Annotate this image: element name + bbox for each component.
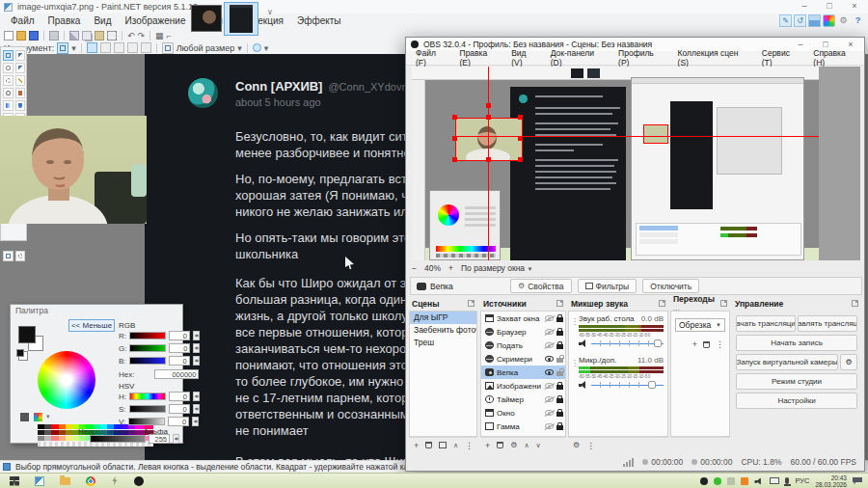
filters-button[interactable]: Фильтры	[578, 279, 637, 293]
dock-popout-icon[interactable]	[659, 300, 665, 307]
visibility-eye-icon[interactable]	[545, 423, 554, 429]
disable-button[interactable]: Отключить	[642, 279, 699, 293]
redo-icon[interactable]: ↷	[138, 31, 146, 41]
resize-handle[interactable]	[452, 115, 457, 120]
selection-mode-subtract-icon[interactable]	[114, 42, 124, 53]
visibility-eye-icon[interactable]	[545, 396, 554, 402]
visibility-eye-icon[interactable]	[545, 329, 554, 335]
menu-view[interactable]: Вид	[87, 14, 118, 29]
alpha-spinner[interactable]	[173, 434, 179, 444]
rectangle-select-tool-icon[interactable]	[57, 42, 68, 54]
dock-popout-icon[interactable]	[720, 300, 727, 307]
settings-gear-icon[interactable]: ⚙	[837, 14, 850, 27]
lock-icon[interactable]	[556, 344, 563, 349]
resize-handle[interactable]	[518, 157, 523, 162]
sampling-icon[interactable]	[253, 43, 261, 52]
layers-panel-toggle-icon[interactable]	[808, 14, 821, 27]
move-selection-tool-icon[interactable]	[15, 63, 26, 73]
copy-icon[interactable]	[82, 31, 92, 41]
rotate-handle[interactable]	[486, 103, 491, 108]
scene-item[interactable]: Для ЫГР	[410, 312, 476, 324]
tray-icon-dark[interactable]	[700, 477, 708, 485]
help-icon[interactable]: ?	[852, 14, 864, 27]
obs-menu-profile[interactable]: Профиль (P)	[612, 48, 671, 68]
selection-mode-invert-icon[interactable]	[141, 42, 151, 53]
remove-source-icon[interactable]	[497, 442, 503, 448]
ellipse-select-tool-icon[interactable]	[3, 75, 14, 86]
obs-menu-view[interactable]: Вид (V)	[505, 48, 545, 68]
scene-filters-icon[interactable]	[439, 442, 447, 448]
ruler-icon[interactable]: ⌐	[167, 31, 172, 41]
blue-value[interactable]: 0	[169, 356, 190, 366]
size-dropdown-caret-icon[interactable]: ▾	[237, 43, 242, 53]
lock-icon[interactable]	[556, 371, 563, 376]
network-tray-icon[interactable]	[770, 477, 779, 484]
move-scene-up-icon[interactable]: ∧	[453, 442, 458, 449]
palettes-caret-icon[interactable]: ▾	[46, 413, 50, 420]
saturation-slider[interactable]	[129, 405, 166, 413]
source-row[interactable]: Подать	[481, 339, 565, 352]
volume-slider[interactable]	[591, 381, 664, 389]
zoom-tool-icon[interactable]	[3, 88, 14, 98]
open-file-icon[interactable]	[16, 31, 26, 41]
mixer-menu-icon[interactable]: ⋮	[586, 441, 595, 450]
tool-dropdown-caret-icon[interactable]: ▾	[71, 43, 76, 53]
scene-item[interactable]: Треш	[410, 337, 476, 349]
value-spinner[interactable]	[192, 417, 199, 426]
language-indicator[interactable]: РУС	[795, 476, 809, 485]
hex-value[interactable]: 000000	[154, 369, 199, 379]
paintnet-titlebar[interactable]: image-umxqia7.png - Paint.NET версия 5.1…	[0, 0, 868, 14]
alpha-slider[interactable]	[90, 435, 146, 443]
green-value[interactable]: 0	[169, 343, 190, 353]
resize-handle[interactable]	[486, 115, 491, 120]
paint-bucket-tool-icon[interactable]	[15, 88, 26, 98]
resize-handle[interactable]	[486, 157, 491, 162]
move-tool-icon[interactable]	[15, 50, 26, 61]
menu-effects[interactable]: Эффекты	[290, 14, 347, 29]
settings-button[interactable]: Настройки	[736, 393, 857, 409]
taskbar-app-icon[interactable]	[111, 476, 119, 486]
resize-handle[interactable]	[452, 136, 457, 141]
grid-icon[interactable]: ▦	[155, 31, 164, 41]
tray-icon-green[interactable]	[714, 477, 721, 485]
source-row[interactable]: Браузер	[481, 325, 565, 339]
remove-transition-icon[interactable]	[703, 341, 710, 348]
source-row[interactable]: Гамма	[481, 420, 565, 433]
fit-to-window[interactable]: По размеру окна ▼	[461, 263, 532, 273]
volume-slider[interactable]	[591, 339, 664, 347]
image-tab-thumbnail-1[interactable]	[191, 5, 222, 32]
lock-icon[interactable]	[556, 358, 563, 363]
hue-value[interactable]: 0	[169, 392, 190, 401]
volume-tray-icon[interactable]	[755, 477, 764, 484]
saturation-spinner[interactable]	[193, 404, 200, 414]
selection-mode-add-icon[interactable]	[100, 42, 111, 53]
resize-handle[interactable]	[518, 115, 523, 120]
notifications-icon[interactable]	[853, 477, 862, 485]
rect-select-tool-icon[interactable]	[3, 50, 14, 61]
source-row[interactable]: Вепка	[481, 366, 565, 379]
tools-panel-toggle-icon[interactable]: ✎	[779, 14, 792, 27]
red-value[interactable]: 0	[169, 331, 190, 340]
add-color-icon[interactable]	[20, 413, 29, 421]
zoom-in-icon[interactable]: +	[448, 263, 453, 273]
alpha-value[interactable]: 255	[149, 434, 170, 444]
microphone-tray-icon[interactable]	[785, 477, 789, 484]
visibility-eye-icon[interactable]	[545, 356, 554, 362]
saturation-value[interactable]: 0	[169, 404, 190, 414]
volume-slider-thumb[interactable]	[648, 381, 656, 389]
magic-wand-tool-icon[interactable]	[15, 75, 26, 86]
menu-file[interactable]: Файл	[4, 14, 41, 29]
size-option-label[interactable]: Любой размер	[176, 43, 235, 53]
save-icon[interactable]	[29, 31, 39, 41]
scenes-menu-icon[interactable]: ⋮	[465, 441, 474, 450]
undo-icon[interactable]: ↶	[127, 31, 135, 41]
taskbar-chrome-icon[interactable]	[86, 476, 95, 486]
resize-handle[interactable]	[518, 136, 523, 141]
taskbar-paintnet-icon[interactable]	[35, 476, 44, 486]
zoom-out-icon[interactable]: −	[412, 263, 417, 273]
transition-select[interactable]: Обрезка▼	[675, 318, 725, 332]
colors-panel-toggle-icon[interactable]	[823, 14, 835, 27]
obs-preview[interactable]	[412, 67, 860, 260]
dock-popout-icon[interactable]	[852, 300, 858, 307]
start-streaming-button[interactable]: Начать трансляцию	[736, 315, 796, 332]
